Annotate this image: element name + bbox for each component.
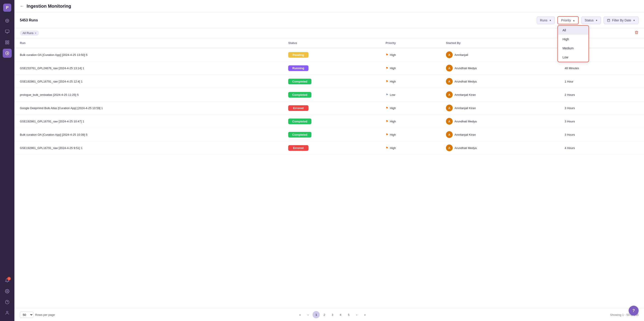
sidebar-item-ingestion[interactable] <box>3 49 12 58</box>
priority-label: High <box>390 133 396 136</box>
started-by-name: Amritanjali Kiran <box>454 93 476 97</box>
active-filters-bar: All Runs × <box>14 28 644 38</box>
cell-priority: ⚑ High <box>380 75 440 88</box>
filter-tag-all-runs: All Runs × <box>20 31 39 36</box>
svg-rect-10 <box>8 41 9 42</box>
avatar: A <box>446 91 453 98</box>
sidebar-item-help[interactable] <box>3 297 12 306</box>
priority-option-all[interactable]: All <box>558 26 588 35</box>
priority-label: High <box>390 80 396 83</box>
clear-filters-button[interactable] <box>634 31 638 36</box>
cell-run: Bulk curation OA [Curation App] [2024-4-… <box>14 48 283 62</box>
cell-status: Completed <box>283 128 380 141</box>
table-row[interactable]: GSE192861_GPL16791_raw [2024-4-25 12:4] … <box>14 75 644 88</box>
page-3-button[interactable]: 3 <box>329 311 336 318</box>
table-row[interactable]: prologue_bulk_omixatlas [2024-4-25 11:25… <box>14 88 644 101</box>
cell-run: Bulk curation OA [Curation App] [2024-4-… <box>14 128 283 141</box>
started-by-name: Amritanjali Kiran <box>454 106 476 110</box>
col-run: Run <box>14 38 283 48</box>
cell-started-by: A Arundhati Medya <box>440 141 559 155</box>
page-1-button[interactable]: 1 <box>312 311 320 318</box>
priority-cell: ⚑ High <box>386 53 435 57</box>
status-filter-button[interactable]: Status ▼ <box>581 17 601 24</box>
avatar: A <box>446 78 453 85</box>
priority-filter-button[interactable]: Priority ▲ <box>558 16 578 24</box>
filter-tag-close-button[interactable]: × <box>35 32 36 35</box>
svg-point-15 <box>7 291 8 292</box>
status-badge: Errored <box>288 145 308 151</box>
sidebar-item-grid[interactable] <box>3 38 12 47</box>
avatar: A <box>446 145 453 151</box>
notification-count: 4 <box>7 277 11 280</box>
priority-option-low[interactable]: Low <box>558 53 588 62</box>
cell-elapsed: 3 Hours <box>559 115 644 128</box>
table-row[interactable]: Bulk curation OA [Curation App] [2024-4-… <box>14 128 644 141</box>
priority-option-medium[interactable]: Medium <box>558 44 588 53</box>
table-row[interactable]: GSE192861_GPL16791_raw [2024-4-25 10:47]… <box>14 115 644 128</box>
first-page-button[interactable]: « <box>296 311 304 318</box>
page-4-button[interactable]: 4 <box>337 311 344 318</box>
col-priority: Priority <box>380 38 440 48</box>
status-filter-label: Status <box>585 19 594 22</box>
cell-elapsed: 2 Hours <box>559 88 644 101</box>
page-2-button[interactable]: 2 <box>321 311 328 318</box>
prev-page-button[interactable]: ‹ <box>304 311 312 318</box>
sidebar-item-notifications[interactable]: 4 <box>3 276 12 285</box>
sidebar-item-settings[interactable] <box>3 287 12 296</box>
priority-label: Low <box>390 93 395 97</box>
cell-run: GSE192861_GPL16791_raw [2024-4-25 12:4] … <box>14 75 283 88</box>
table-row[interactable]: GSE192861_GPL16791_raw [2024-4-25 9:51] … <box>14 141 644 155</box>
help-button[interactable]: ? <box>629 306 638 315</box>
started-by-name: Amritanjali Kiran <box>454 133 476 136</box>
svg-rect-9 <box>6 41 7 42</box>
next-page-button[interactable]: › <box>353 311 360 318</box>
cell-started-by: A Amritanjali <box>440 48 559 62</box>
flag-icon: ⚑ <box>386 146 388 150</box>
started-by-cell: A Arundhati Medya <box>446 78 554 85</box>
back-button[interactable]: ← <box>20 4 24 9</box>
status-badge: Pending <box>288 52 308 58</box>
table-row[interactable]: Bulk curation OA [Curation App] [2024-4-… <box>14 48 644 62</box>
col-started-by: Started By <box>440 38 559 48</box>
cell-started-by: A Amritanjali Kiran <box>440 88 559 101</box>
cell-run: prologue_bulk_omixatlas [2024-4-25 11:25… <box>14 88 283 101</box>
svg-rect-19 <box>608 19 610 22</box>
sidebar-item-monitor[interactable] <box>3 27 12 36</box>
table-row[interactable]: Google Deepmind Bulk Atlas [Curation App… <box>14 101 644 115</box>
rows-per-page-select[interactable]: 50 25 100 <box>20 312 33 318</box>
cell-started-by: A Arundhati Medya <box>440 115 559 128</box>
table-header: Run Status Priority Started By Elapsed T… <box>14 38 644 48</box>
status-chevron-icon: ▼ <box>595 19 598 22</box>
cell-status: Running <box>283 62 380 75</box>
avatar: A <box>446 131 453 138</box>
priority-label: High <box>390 53 396 57</box>
sidebar-item-nav1[interactable] <box>3 16 12 25</box>
rows-per-page-label: Rows per page <box>35 313 55 316</box>
runs-filter-button[interactable]: Runs ▼ <box>537 17 555 24</box>
cell-elapsed: 3 Hours <box>559 128 644 141</box>
cell-status: Completed <box>283 88 380 101</box>
date-chevron-icon: ▼ <box>633 19 635 22</box>
started-by-cell: A Amritanjali Kiran <box>446 91 554 98</box>
page-5-button[interactable]: 5 <box>345 311 352 318</box>
started-by-cell: A Arundhati Medya <box>446 118 554 125</box>
runs-count: 5453 Runs <box>20 18 38 22</box>
started-by-cell: A Amritanjali Kiran <box>446 131 554 138</box>
svg-rect-11 <box>6 43 7 44</box>
table-body: Bulk curation OA [Curation App] [2024-4-… <box>14 48 644 155</box>
last-page-button[interactable]: » <box>361 311 368 318</box>
runs-chevron-icon: ▼ <box>549 19 552 22</box>
table-row[interactable]: GSE233761_GPL24676_raw [2024-4-25 13:14]… <box>14 62 644 75</box>
col-status: Status <box>283 38 380 48</box>
started-by-cell: A Arundhati Medya <box>446 145 554 151</box>
filter-by-date-button[interactable]: Filter By Date ▼ <box>604 17 638 24</box>
cell-run: GSE233761_GPL24676_raw [2024-4-25 13:14]… <box>14 62 283 75</box>
priority-option-high[interactable]: High <box>558 35 588 44</box>
avatar: A <box>446 51 453 58</box>
cell-elapsed: 48 Minutes <box>559 62 644 75</box>
cell-status: Completed <box>283 115 380 128</box>
cell-started-by: A Amritanjali Kiran <box>440 101 559 115</box>
flag-icon: ⚑ <box>386 93 388 97</box>
sidebar-item-user[interactable] <box>3 308 12 317</box>
flag-icon: ⚑ <box>386 53 388 57</box>
